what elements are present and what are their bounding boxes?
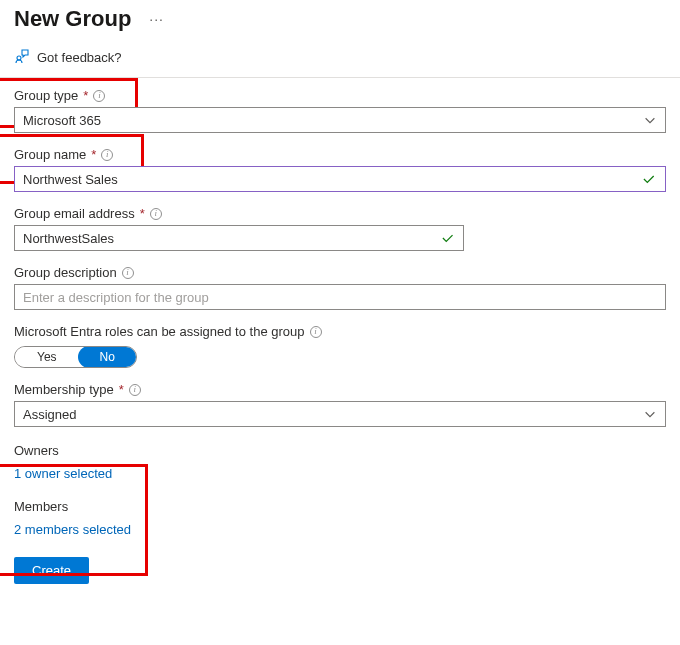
label-group-type: Group type * i (14, 88, 666, 103)
group-description-input-wrap (14, 284, 666, 310)
chevron-down-icon (643, 407, 657, 421)
field-group-name: Group name * i (14, 147, 666, 192)
toggle-no[interactable]: No (78, 346, 137, 368)
field-group-type: Group type * i Microsoft 365 (14, 88, 666, 133)
field-group-email: Group email address * i (14, 206, 666, 251)
label-group-name: Group name * i (14, 147, 666, 162)
members-section: Members 2 members selected (14, 497, 666, 537)
info-icon[interactable]: i (310, 326, 322, 338)
page-title: New Group (14, 6, 131, 32)
required-marker: * (140, 206, 145, 221)
group-name-input-wrap (14, 166, 666, 192)
select-value: Microsoft 365 (23, 113, 643, 128)
membership-type-select[interactable]: Assigned (14, 401, 666, 427)
check-icon (440, 230, 455, 246)
label-text: Group type (14, 88, 78, 103)
info-icon[interactable]: i (129, 384, 141, 396)
required-marker: * (119, 382, 124, 397)
chevron-down-icon (643, 113, 657, 127)
group-email-input-wrap (14, 225, 464, 251)
info-icon[interactable]: i (122, 267, 134, 279)
create-button[interactable]: Create (14, 557, 89, 584)
group-description-input[interactable] (23, 290, 657, 305)
group-email-input[interactable] (23, 231, 440, 246)
members-label: Members (14, 499, 666, 514)
label-text: Group name (14, 147, 86, 162)
feedback-link[interactable]: Got feedback? (37, 50, 122, 65)
label-group-description: Group description i (14, 265, 666, 280)
owners-selected-link[interactable]: 1 owner selected (14, 466, 666, 481)
toggle-yes[interactable]: Yes (15, 347, 79, 367)
info-icon[interactable]: i (93, 90, 105, 102)
label-membership-type: Membership type * i (14, 382, 666, 397)
page-header: New Group ··· (0, 0, 680, 42)
new-group-form: Group type * i Microsoft 365 Group name … (0, 78, 680, 584)
label-text: Microsoft Entra roles can be assigned to… (14, 324, 305, 339)
feedback-bar: Got feedback? (0, 42, 680, 73)
group-name-input[interactable] (23, 172, 641, 187)
select-value: Assigned (23, 407, 643, 422)
svg-point-0 (17, 56, 21, 60)
group-type-select[interactable]: Microsoft 365 (14, 107, 666, 133)
roles-toggle: Yes No (14, 346, 137, 368)
field-roles-assign: Microsoft Entra roles can be assigned to… (14, 324, 666, 368)
owners-label: Owners (14, 443, 666, 458)
info-icon[interactable]: i (150, 208, 162, 220)
info-icon[interactable]: i (101, 149, 113, 161)
members-selected-link[interactable]: 2 members selected (14, 522, 666, 537)
check-icon (641, 171, 657, 187)
person-feedback-icon (14, 48, 30, 67)
field-membership-type: Membership type * i Assigned (14, 382, 666, 427)
more-button[interactable]: ··· (145, 7, 168, 31)
label-text: Group description (14, 265, 117, 280)
owners-section: Owners 1 owner selected (14, 441, 666, 481)
label-text: Group email address (14, 206, 135, 221)
field-group-description: Group description i (14, 265, 666, 310)
label-group-email: Group email address * i (14, 206, 666, 221)
label-roles-assign: Microsoft Entra roles can be assigned to… (14, 324, 666, 339)
required-marker: * (91, 147, 96, 162)
label-text: Membership type (14, 382, 114, 397)
required-marker: * (83, 88, 88, 103)
